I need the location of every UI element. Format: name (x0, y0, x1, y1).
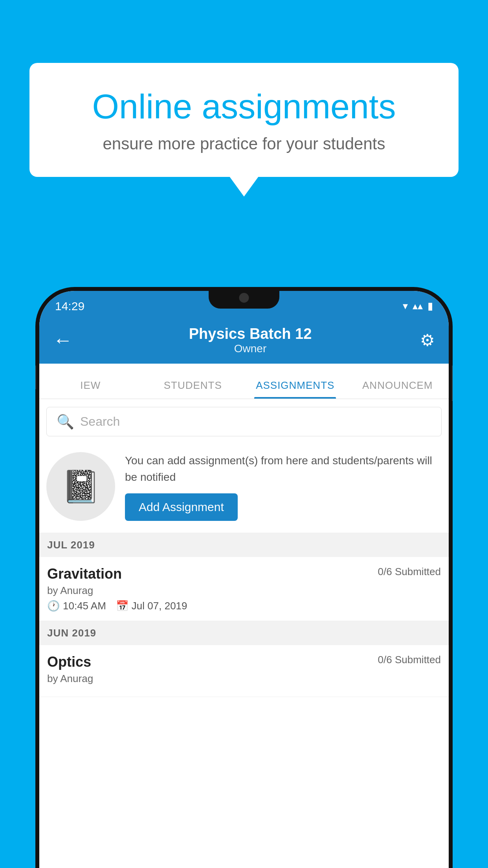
info-text: You can add assignment(s) from here and … (125, 452, 442, 521)
calendar-icon: 📅 (116, 600, 128, 612)
tab-iew[interactable]: IEW (39, 379, 142, 399)
power-button (452, 366, 453, 401)
back-button[interactable]: ← (53, 329, 73, 351)
settings-button[interactable]: ⚙ (420, 331, 435, 350)
assignment-meta-gravitation: 🕐 10:45 AM 📅 Jul 07, 2019 (47, 600, 441, 612)
tab-announcements[interactable]: ANNOUNCEM (347, 379, 449, 399)
meta-date: 📅 Jul 07, 2019 (116, 600, 187, 612)
info-icon-wrap: 📓 (46, 452, 115, 521)
add-assignment-button[interactable]: Add Assignment (125, 493, 238, 521)
tab-students[interactable]: STUDENTS (142, 379, 244, 399)
meta-time: 🕐 10:45 AM (47, 600, 106, 612)
assignment-submitted-optics: 0/6 Submitted (378, 654, 441, 666)
phone-screen: 14:29 ▾ ▴▴ ▮ ← Physics Batch 12 Owner ⚙ … (39, 291, 449, 868)
promo-title: Online assignments (57, 86, 431, 127)
info-description: You can add assignment(s) from here and … (125, 452, 442, 485)
clock-icon: 🕐 (47, 600, 60, 612)
section-header-jul: JUL 2019 (39, 533, 449, 557)
assignment-row-top-optics: Optics 0/6 Submitted (47, 654, 441, 670)
batch-subtitle: Owner (81, 342, 420, 355)
tab-assignments[interactable]: ASSIGNMENTS (244, 379, 347, 399)
assignment-item-optics[interactable]: Optics 0/6 Submitted by Anurag (39, 645, 449, 697)
promo-subtitle: ensure more practice for your students (57, 134, 431, 153)
section-header-jun: JUN 2019 (39, 621, 449, 645)
search-placeholder: Search (80, 414, 120, 429)
app-bar: ← Physics Batch 12 Owner ⚙ (39, 316, 449, 364)
info-card: 📓 You can add assignment(s) from here an… (39, 444, 449, 533)
wifi-icon: ▾ (403, 300, 408, 312)
assignment-row-top: Gravitation 0/6 Submitted (47, 566, 441, 582)
assignment-time: 10:45 AM (63, 600, 106, 612)
assignment-author-gravitation: by Anurag (47, 585, 441, 597)
volume-button-left (35, 366, 36, 389)
promo-card: Online assignments ensure more practice … (29, 63, 459, 177)
assignment-item-gravitation[interactable]: Gravitation 0/6 Submitted by Anurag 🕐 10… (39, 557, 449, 621)
status-time: 14:29 (55, 300, 84, 313)
assignment-name-gravitation: Gravitation (47, 566, 122, 582)
phone-notch (209, 287, 279, 309)
search-icon: 🔍 (57, 414, 74, 430)
batch-title: Physics Batch 12 (81, 326, 420, 342)
speech-bubble: Online assignments ensure more practice … (29, 63, 459, 177)
status-icons: ▾ ▴▴ ▮ (403, 300, 433, 312)
tabs-bar: IEW STUDENTS ASSIGNMENTS ANNOUNCEM (39, 364, 449, 399)
content-area: 🔍 Search 📓 You can add assignment(s) fro… (39, 399, 449, 697)
notebook-icon: 📓 (61, 468, 101, 505)
assignment-author-optics: by Anurag (47, 673, 441, 685)
battery-icon: ▮ (427, 300, 433, 312)
phone-frame: 14:29 ▾ ▴▴ ▮ ← Physics Batch 12 Owner ⚙ … (35, 287, 453, 868)
signal-icon: ▴▴ (413, 300, 423, 312)
assignment-date: Jul 07, 2019 (132, 600, 187, 612)
assignment-name-optics: Optics (47, 654, 91, 670)
search-bar[interactable]: 🔍 Search (46, 407, 442, 436)
app-bar-title: Physics Batch 12 Owner (81, 326, 420, 355)
assignment-submitted-gravitation: 0/6 Submitted (378, 566, 441, 578)
